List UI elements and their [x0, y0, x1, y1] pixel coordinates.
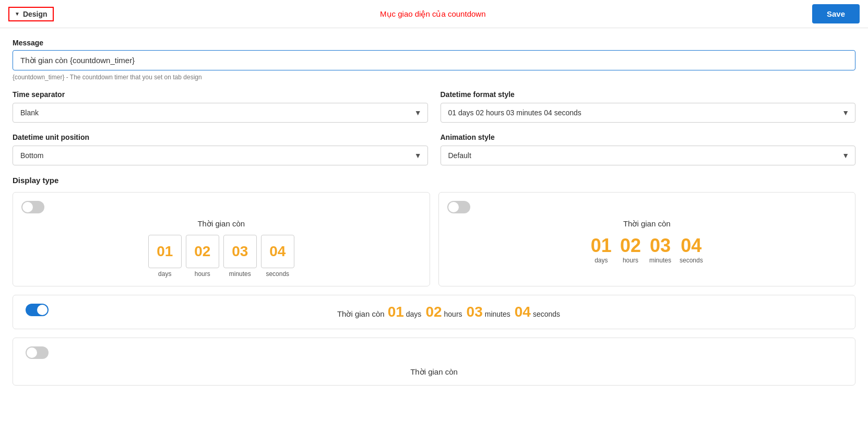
card1-minutes-label: minutes — [229, 270, 251, 278]
main-content: Message {countdown_timer} - The countdow… — [0, 28, 868, 444]
card1-days-value: 01 — [148, 235, 182, 268]
time-separator-select-wrapper: Blank Colon Dash ▼ — [13, 103, 428, 123]
design-tab-label: Design — [23, 10, 47, 18]
time-separator-label: Time separator — [13, 90, 428, 99]
toggle-1[interactable] — [21, 201, 44, 213]
tab-title: Mục giao diện của countdown — [54, 9, 812, 19]
time-separator-col: Time separator Blank Colon Dash ▼ — [13, 90, 428, 123]
arrow-icon: ▼ — [15, 11, 20, 17]
card1-hours-label: hours — [195, 270, 210, 278]
card3-seconds-unit: seconds — [533, 310, 560, 318]
card3-days-unit: days — [406, 310, 422, 318]
toggle-2[interactable] — [447, 201, 470, 213]
datetime-format-select[interactable]: 01 days 02 hours 03 minutes 04 seconds — [441, 103, 856, 123]
card2-days-label: days — [594, 257, 608, 264]
card3-hours-value: 02 — [425, 304, 442, 320]
message-label: Message — [13, 39, 855, 47]
card1-countdown: 01 days 02 hours 03 minutes 04 seconds — [21, 235, 421, 278]
display-card-1: Thời gian còn 01 days 02 hours 03 minute… — [13, 192, 430, 286]
card3-prefix: Thời gian còn — [337, 309, 385, 319]
card1-minutes: 03 minutes — [223, 235, 257, 278]
card1-seconds: 04 seconds — [261, 235, 294, 278]
message-hint: {countdown_timer} - The countdown timer … — [13, 74, 855, 81]
toggle-3[interactable] — [26, 304, 49, 316]
card4-title: Thời gian còn — [410, 367, 458, 377]
datetime-unit-position-label: Datetime unit position — [13, 133, 428, 141]
card3-seconds-value: 04 — [515, 304, 531, 320]
card2-hours: 02 hours — [620, 235, 641, 264]
card3-countdown: Thời gian còn 01 days 02 hours 03 minute… — [57, 304, 842, 320]
toggle-3-slider — [26, 304, 49, 316]
form-row-2: Datetime unit position Bottom Top None ▼… — [13, 133, 855, 165]
datetime-unit-position-col: Datetime unit position Bottom Top None ▼ — [13, 133, 428, 165]
time-separator-select[interactable]: Blank Colon Dash — [13, 103, 428, 123]
card2-minutes: 03 minutes — [649, 235, 671, 264]
datetime-format-col: Datetime format style 01 days 02 hours 0… — [441, 90, 856, 123]
form-row-1: Time separator Blank Colon Dash ▼ Dateti… — [13, 90, 855, 123]
datetime-format-label: Datetime format style — [441, 90, 856, 99]
card1-hours-value: 02 — [186, 235, 219, 268]
card2-title: Thời gian còn — [447, 219, 847, 229]
datetime-format-select-wrapper: 01 days 02 hours 03 minutes 04 seconds ▼ — [441, 103, 856, 123]
toggle-1-slider — [21, 201, 44, 213]
card2-minutes-label: minutes — [649, 257, 671, 264]
display-card-2: Thời gian còn 01 days 02 hours 03 minute… — [438, 192, 856, 286]
animation-style-col: Animation style Default Fade Slide ▼ — [441, 133, 856, 165]
design-tab[interactable]: ▼ Design — [8, 7, 54, 21]
card2-hours-label: hours — [623, 257, 638, 264]
card3-hours-unit: hours — [444, 310, 462, 318]
card2-days: 01 days — [591, 235, 612, 264]
datetime-unit-position-select-wrapper: Bottom Top None ▼ — [13, 146, 428, 165]
datetime-unit-position-select[interactable]: Bottom Top None — [13, 146, 428, 165]
card1-days: 01 days — [148, 235, 182, 278]
card3-days-value: 01 — [388, 304, 404, 320]
card1-minutes-value: 03 — [223, 235, 257, 268]
display-card-3: Thời gian còn 01 days 02 hours 03 minute… — [13, 295, 855, 329]
toggle-4[interactable] — [26, 346, 49, 359]
card2-seconds-value: 04 — [681, 235, 701, 257]
card2-seconds: 04 seconds — [680, 235, 703, 264]
animation-style-label: Animation style — [441, 133, 856, 141]
toggle-4-slider — [26, 346, 49, 359]
card1-seconds-label: seconds — [266, 270, 289, 278]
animation-style-select-wrapper: Default Fade Slide ▼ — [441, 146, 856, 165]
animation-style-select[interactable]: Default Fade Slide — [441, 146, 856, 165]
message-input[interactable] — [13, 50, 855, 70]
toggle-2-slider — [447, 201, 470, 213]
display-cards-row: Thời gian còn 01 days 02 hours 03 minute… — [13, 192, 855, 286]
card3-minutes-value: 03 — [467, 304, 483, 320]
display-type-label: Display type — [13, 176, 855, 185]
card2-hours-value: 02 — [620, 235, 641, 257]
card2-minutes-value: 03 — [650, 235, 671, 257]
card1-seconds-value: 04 — [261, 235, 294, 268]
save-button[interactable]: Save — [812, 4, 860, 23]
card1-days-label: days — [158, 270, 171, 278]
card2-days-value: 01 — [591, 235, 612, 257]
top-bar: ▼ Design Mục giao diện của countdown Sav… — [0, 0, 868, 28]
card3-minutes-unit: minutes — [485, 310, 510, 318]
card1-hours: 02 hours — [186, 235, 219, 278]
card2-countdown: 01 days 02 hours 03 minutes 04 seconds — [447, 235, 847, 264]
display-card-4: Thời gian còn — [13, 338, 855, 386]
card2-seconds-label: seconds — [680, 257, 703, 264]
card1-title: Thời gian còn — [21, 219, 421, 229]
